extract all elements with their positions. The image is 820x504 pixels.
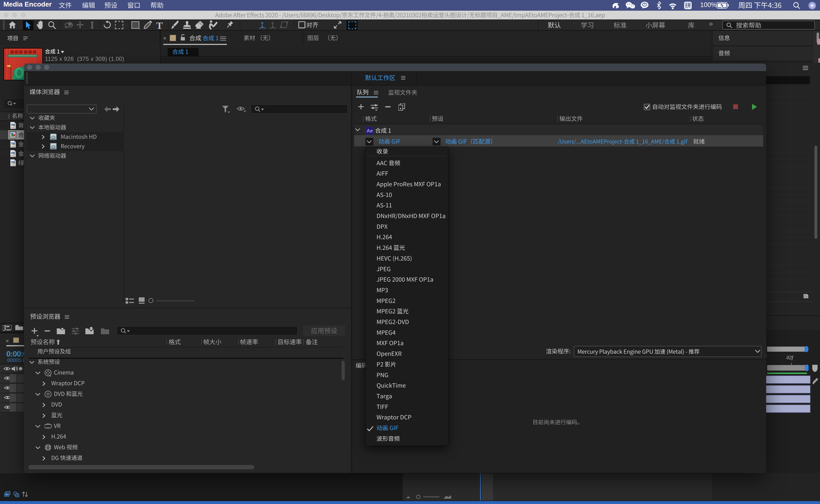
svg-text:PNG: PNG: [11, 164, 15, 166]
svg-text:PNG: PNG: [11, 145, 15, 147]
svg-text:PNG: PNG: [11, 155, 15, 157]
svg-text:PNG: PNG: [11, 127, 15, 129]
